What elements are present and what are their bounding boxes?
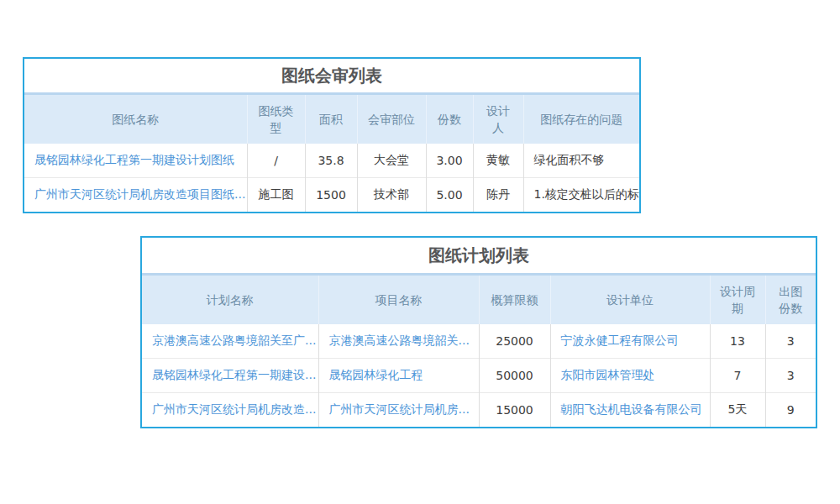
project-name-link[interactable]: 京港澳高速公路粤境韶关... [329,333,470,347]
col-header-review-location: 会审部位 [357,95,426,144]
table-cell: 东阳市园林管理处 [550,359,710,393]
table-cell: 大会堂 [357,144,426,178]
project-name-link[interactable]: 广州市天河区统计局机房... [329,402,470,416]
table-cell: 绿化面积不够 [523,144,639,178]
table-cell: 50000 [479,359,550,393]
col-header-drawing-name: 图纸名称 [24,95,247,144]
table-cell: 3.00 [426,144,473,178]
table-cell: 宁波永健工程有限公司 [550,324,710,359]
col-header-design-unit: 设计单位 [550,276,710,324]
plan-table-title: 图纸计划列表 [142,238,816,276]
table-cell: 晟铭园林绿化工程第一期建设计划图纸 [24,144,247,178]
table-row: 京港澳高速公路粤境韶关至广... 京港澳高速公路粤境韶关... 25000 宁波… [142,324,816,359]
table-row: 广州市天河区统计局机房改造... 广州市天河区统计局机房... 15000 朝阳… [142,393,816,428]
col-header-drawing-issues: 图纸存在的问题 [523,95,639,144]
design-unit-link[interactable]: 东阳市园林管理处 [561,368,655,381]
table-cell: 25000 [479,324,550,359]
drawing-name-link[interactable]: 广州市天河区统计局机房改造项目图纸... [34,187,245,201]
review-table: 图纸名称 图纸类型 面积 会审部位 份数 设计人 图纸存在的问题 晟铭园林绿化工… [24,95,639,212]
design-unit-link[interactable]: 朝阳飞达机电设备有限公司 [561,402,702,416]
table-cell: 13 [710,324,765,359]
col-header-budget-limit: 概算限额 [479,276,550,324]
plan-name-link[interactable]: 京港澳高速公路粤境韶关至广... [152,333,316,347]
table-cell: 1.核定交桩以后的标. [523,178,639,213]
table-cell: 广州市天河区统计局机房... [318,393,479,428]
table-cell: 1500 [305,178,357,213]
col-header-designer: 设计人 [473,95,523,144]
table-cell: 广州市天河区统计局机房改造项目图纸... [24,178,247,213]
table-cell: 黄敏 [473,144,523,178]
table-cell: 陈丹 [473,178,523,213]
plan-table: 计划名称 项目名称 概算限额 设计单位 设计周期 出图份数 京港澳高速公路粤境韶… [142,276,816,427]
plan-table-header-row: 计划名称 项目名称 概算限额 设计单位 设计周期 出图份数 [142,276,816,324]
plan-table-panel: 图纸计划列表 计划名称 项目名称 概算限额 设计单位 设计周期 出图份数 京港澳… [140,236,817,428]
table-cell: 京港澳高速公路粤境韶关... [318,324,479,359]
col-header-area: 面积 [305,95,357,144]
col-header-project-name: 项目名称 [318,276,479,324]
table-row: 广州市天河区统计局机房改造项目图纸... 施工图 1500 技术部 5.00 陈… [24,178,639,213]
table-cell: 3 [765,359,816,393]
table-cell: 3 [765,324,816,359]
table-cell: 9 [765,393,816,428]
col-header-drawing-type: 图纸类型 [247,95,305,144]
table-cell: 晟铭园林绿化工程第一期建设... [142,359,318,393]
table-cell: 京港澳高速公路粤境韶关至广... [142,324,318,359]
table-cell: 晟铭园林绿化工程 [318,359,479,393]
table-cell: 5.00 [426,178,473,213]
table-row: 晟铭园林绿化工程第一期建设... 晟铭园林绿化工程 50000 东阳市园林管理处… [142,359,816,393]
drawing-name-link[interactable]: 晟铭园林绿化工程第一期建设计划图纸 [34,153,234,166]
table-cell: 5天 [710,393,765,428]
col-header-design-cycle: 设计周期 [710,276,765,324]
table-cell: 35.8 [305,144,357,178]
table-cell: 朝阳飞达机电设备有限公司 [550,393,710,428]
review-table-panel: 图纸会审列表 图纸名称 图纸类型 面积 会审部位 份数 设计人 图纸存在的问题 … [23,57,641,213]
table-cell: 15000 [479,393,550,428]
col-header-copies: 份数 [426,95,473,144]
plan-name-link[interactable]: 广州市天河区统计局机房改造... [152,402,316,416]
table-cell: / [247,144,305,178]
col-header-plan-name: 计划名称 [142,276,318,324]
table-cell: 广州市天河区统计局机房改造... [142,393,318,428]
table-row: 晟铭园林绿化工程第一期建设计划图纸 / 35.8 大会堂 3.00 黄敏 绿化面… [24,144,639,178]
table-cell: 7 [710,359,765,393]
table-cell: 施工图 [247,178,305,213]
review-table-header-row: 图纸名称 图纸类型 面积 会审部位 份数 设计人 图纸存在的问题 [24,95,639,144]
project-name-link[interactable]: 晟铭园林绿化工程 [329,368,423,381]
col-header-drawing-copies: 出图份数 [765,276,816,324]
table-cell: 技术部 [357,178,426,213]
plan-name-link[interactable]: 晟铭园林绿化工程第一期建设... [152,368,316,381]
design-unit-link[interactable]: 宁波永健工程有限公司 [561,333,679,347]
review-table-title: 图纸会审列表 [24,59,639,95]
